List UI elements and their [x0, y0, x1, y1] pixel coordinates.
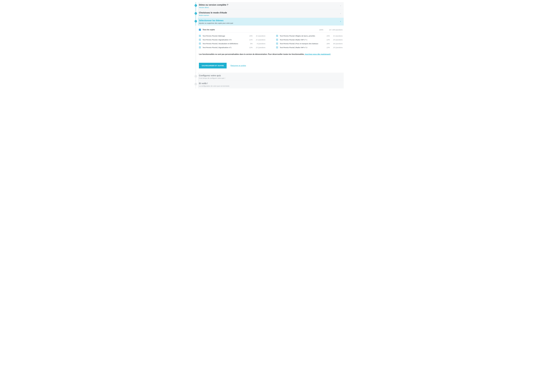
topic-percent: 12% — [322, 39, 330, 41]
step-3-subtitle: Ajoutez ou supprimez des sujets pour vot… — [199, 22, 341, 24]
chevron-down-icon — [340, 5, 341, 7]
step-1-title: Démo ou version complète ? — [199, 4, 341, 6]
all-subjects-label: Tous les sujets — [203, 29, 314, 31]
topic-questions: 25 Questions — [331, 39, 343, 41]
step-5-marker: 5 — [195, 83, 197, 85]
step-1-marker — [195, 4, 197, 7]
actions: SAUVEGARDER ET SUIVRE Retourner en arriè… — [199, 63, 343, 68]
topic-row: Test Permis Fluvial | Feux et marques de… — [276, 42, 343, 45]
check-icon — [195, 5, 196, 6]
checkbox-topic[interactable] — [276, 35, 278, 37]
topic-label: Test Permis Fluvial | Signalisation n°1 — [203, 47, 244, 48]
topic-row: Test Permis Fluvial | Signalisation n°2 … — [199, 39, 265, 41]
demo-notice: Les fonctionnalités ne sont pas personna… — [199, 53, 343, 55]
step-5-number: 5 — [195, 83, 196, 85]
step-4-subtitle: Il est temps de configurer votre quiz ! — [199, 77, 341, 79]
checkbox-topic[interactable] — [276, 42, 278, 45]
topic-row: Test Permis Fluvial | Radio VHF n° 2 12%… — [276, 47, 343, 48]
step-3-header[interactable]: Sélectionner les thèmes Ajoutez ou suppr… — [198, 18, 344, 26]
chevron-right-icon — [340, 21, 341, 23]
check-icon — [195, 13, 196, 14]
step-2-marker — [195, 12, 197, 14]
checkbox-topic[interactable] — [199, 39, 201, 41]
step-4: 4 Configurez votre quiz Il est temps de … — [193, 73, 344, 81]
step-4-marker: 4 — [195, 75, 197, 77]
topic-label: Test Permis Fluvial | Feux et marques de… — [280, 43, 321, 45]
step-2: Choisissez le mode d'étude Mode examen — [193, 10, 344, 18]
step-4-number: 4 — [195, 75, 196, 77]
topic-questions: 22 Questions — [254, 47, 265, 48]
step-3-number: 3 — [195, 20, 196, 22]
step-3: 3 Sélectionner les thèmes Ajoutez ou sup… — [193, 18, 344, 73]
demo-notice-suffix: . — [330, 53, 331, 55]
topic-questions: 31 Questions — [254, 35, 265, 37]
topic-label: Test Permis Fluvial | Règles de barre, p… — [280, 35, 321, 37]
wizard: Démo ou version complète ? Version démo … — [193, 2, 344, 89]
topic-percent: 11% — [245, 39, 252, 41]
checkbox-topic[interactable] — [199, 35, 201, 37]
topic-questions: 21 Questions — [254, 39, 265, 41]
step-1-value: Version démo — [199, 7, 341, 8]
chevron-down-icon — [340, 13, 341, 15]
step-3-body: Tous les sujets 100% 10 / 199 Questions … — [198, 26, 344, 73]
topic-percent: 5% — [245, 43, 252, 45]
all-subjects-percent: 100% — [315, 29, 323, 31]
topic-row: Test Permis Fluvial | Signalisation n°1 … — [199, 47, 265, 48]
topic-questions: 8 Questions — [254, 43, 265, 45]
step-4-title: Configurez votre quiz — [199, 74, 341, 77]
topic-label: Test Permis Fluvial | Radio VHF n° 2 — [280, 47, 321, 48]
topic-percent: 15% — [322, 35, 330, 37]
topic-label: Test Permis Fluvial | Balisage — [203, 35, 244, 37]
topics-col-left: Test Permis Fluvial | Balisage 15% 31 Qu… — [199, 35, 265, 48]
topic-row: Test Permis Fluvial | Vocabulaire et Déf… — [199, 42, 265, 45]
go-back-link[interactable]: Retourner en arrière — [230, 65, 246, 67]
step-5-subtitle: La configuration de votre quiz est termi… — [199, 85, 341, 87]
step-5-header[interactable]: Et voilà ! La configuration de votre qui… — [198, 81, 344, 89]
topic-label: Test Permis Fluvial | Vocabulaire et Déf… — [203, 43, 244, 45]
step-3-title: Sélectionner les thèmes — [199, 19, 341, 22]
topic-questions: 36 Questions — [331, 43, 343, 45]
topics-grid: Test Permis Fluvial | Balisage 15% 31 Qu… — [199, 35, 343, 48]
topic-questions: 25 Questions — [331, 47, 343, 48]
checkbox-topic[interactable] — [199, 47, 201, 48]
step-2-value: Mode examen — [199, 14, 341, 16]
all-subjects-questions: 10 / 199 Questions — [324, 29, 343, 31]
checkbox-topic[interactable] — [199, 42, 201, 45]
topics-col-right: Test Permis Fluvial | Règles de barre, p… — [276, 35, 343, 48]
topic-row: Test Permis Fluvial | Balisage 15% 31 Qu… — [199, 35, 265, 37]
topic-label: Test Permis Fluvial | Signalisation n°2 — [203, 39, 244, 41]
step-1-header[interactable]: Démo ou version complète ? Version démo — [198, 2, 344, 10]
step-4-header[interactable]: Configurez votre quiz Il est temps de co… — [198, 73, 344, 81]
save-and-continue-button[interactable]: SAUVEGARDER ET SUIVRE — [199, 63, 227, 68]
step-2-header[interactable]: Choisissez le mode d'étude Mode examen — [198, 10, 344, 18]
topic-questions: 31 Questions — [331, 35, 343, 37]
step-3-marker: 3 — [195, 20, 197, 22]
step-1: Démo ou version complète ? Version démo — [193, 2, 344, 10]
checkbox-topic[interactable] — [276, 47, 278, 48]
demo-notice-text: Les fonctionnalités ne sont pas personna… — [199, 53, 305, 55]
step-5: 5 Et voilà ! La configuration de votre q… — [193, 81, 344, 89]
checkbox-all-subjects[interactable] — [199, 29, 201, 31]
topic-label: Test Permis Fluvial | Radio VHF n° 1 — [280, 39, 321, 41]
step-5-title: Et voilà ! — [199, 82, 341, 85]
step-2-title: Choisissez le mode d'étude — [199, 11, 341, 14]
topic-row: Test Permis Fluvial | Radio VHF n° 1 12%… — [276, 39, 343, 41]
topic-percent: 12% — [322, 47, 330, 48]
topic-percent: 12% — [245, 47, 252, 48]
topic-percent: 15% — [245, 35, 252, 37]
topic-row: Test Permis Fluvial | Règles de barre, p… — [276, 35, 343, 37]
topic-percent: 18% — [322, 43, 330, 45]
all-subjects-row: Tous les sujets 100% 10 / 199 Questions — [199, 28, 343, 33]
checkbox-topic[interactable] — [276, 39, 278, 41]
signup-link[interactable]: inscrivez-vous dès maintenant! — [305, 53, 330, 55]
